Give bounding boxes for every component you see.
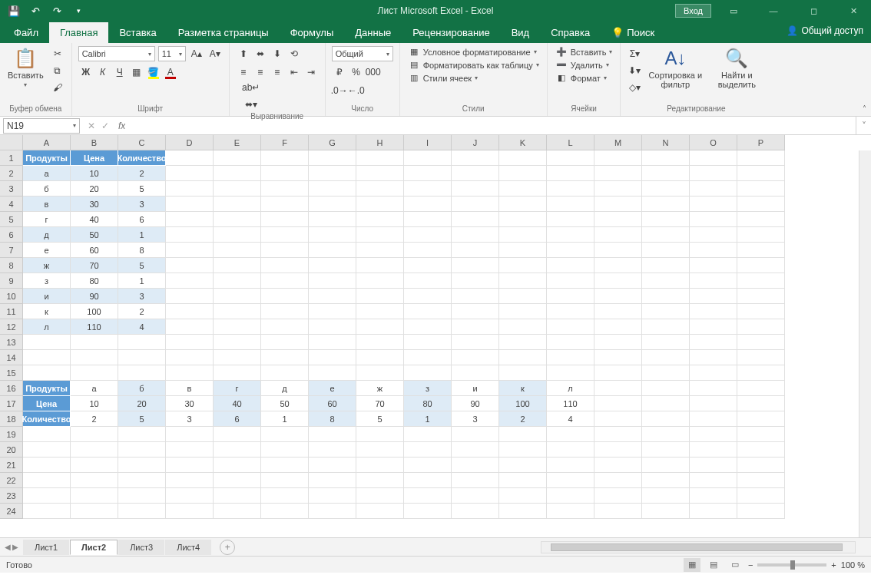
cell[interactable] [547,458,594,473]
cell[interactable] [452,197,499,212]
undo-icon[interactable]: ↶ [26,2,45,19]
cell[interactable] [594,350,642,365]
cell[interactable] [737,166,785,181]
cell[interactable]: 5 [118,181,166,197]
row-header[interactable]: 7 [0,243,23,258]
cell[interactable] [737,258,785,273]
column-header[interactable]: A [23,135,71,150]
row-header[interactable]: 9 [0,273,23,289]
cell[interactable] [594,150,642,166]
cell[interactable] [737,227,785,243]
cell[interactable] [737,304,785,319]
cell[interactable]: д [261,381,309,396]
cell[interactable] [737,504,785,519]
cell[interactable] [642,488,690,504]
cell[interactable] [356,243,404,258]
font-size-select[interactable]: 11▾ [158,46,186,61]
cell[interactable] [690,258,737,273]
cell[interactable] [261,304,309,319]
cell[interactable]: б [118,381,166,396]
cell[interactable] [642,289,690,304]
cell[interactable] [737,411,785,427]
save-icon[interactable]: 💾 [5,2,23,19]
cell[interactable] [356,197,404,212]
clear-icon[interactable]: ◇▾ [627,80,642,95]
cell[interactable]: 80 [71,273,118,289]
cell[interactable] [690,212,737,227]
cell[interactable] [499,427,547,442]
align-middle-icon[interactable]: ⬌ [253,46,268,61]
cell[interactable] [452,150,499,166]
ribbon-options-icon[interactable]: ▭ [716,0,751,21]
cell[interactable] [166,442,214,458]
cell[interactable] [452,488,499,504]
cell[interactable] [166,335,214,350]
cell[interactable] [594,166,642,181]
cell[interactable] [71,350,118,365]
cell[interactable] [404,335,452,350]
indent-dec-icon[interactable]: ⇤ [286,64,302,80]
cell[interactable] [214,442,261,458]
cell[interactable] [261,319,309,335]
cell[interactable]: 1 [404,411,452,427]
cell[interactable] [118,350,166,365]
cell[interactable] [499,243,547,258]
cell[interactable] [404,258,452,273]
cell[interactable]: 10 [71,396,118,411]
shrink-font-icon[interactable]: A▾ [207,46,223,61]
cell[interactable] [118,488,166,504]
cell[interactable]: 40 [214,396,261,411]
row-header[interactable]: 6 [0,227,23,243]
cell[interactable] [690,181,737,197]
cell[interactable] [214,504,261,519]
cell[interactable] [71,488,118,504]
cell[interactable] [214,166,261,181]
sheet-nav-prev-icon[interactable]: ◀ [5,543,11,551]
cell[interactable] [404,304,452,319]
cell[interactable] [737,458,785,473]
cell[interactable] [547,181,594,197]
cell[interactable] [690,227,737,243]
cell[interactable] [166,150,214,166]
cell[interactable]: и [452,381,499,396]
cell[interactable] [690,243,737,258]
cell[interactable] [261,442,309,458]
cell[interactable] [499,365,547,381]
cell[interactable] [166,166,214,181]
cell[interactable] [166,258,214,273]
cell[interactable] [356,473,404,488]
cell[interactable] [690,458,737,473]
column-header[interactable]: F [261,135,309,150]
cell[interactable] [356,427,404,442]
cell[interactable] [499,350,547,365]
cell[interactable]: 110 [547,396,594,411]
cell[interactable] [118,427,166,442]
cell[interactable] [499,319,547,335]
cell[interactable] [547,212,594,227]
cell[interactable] [261,350,309,365]
cell[interactable]: Продукты [23,381,71,396]
cell[interactable] [261,227,309,243]
cell[interactable] [594,258,642,273]
column-header[interactable]: P [737,135,785,150]
cell[interactable] [642,212,690,227]
cell[interactable] [642,504,690,519]
cell[interactable]: 80 [404,396,452,411]
cell[interactable] [737,273,785,289]
cell[interactable]: 3 [452,411,499,427]
cell[interactable] [404,427,452,442]
cell[interactable] [166,365,214,381]
cell[interactable] [261,289,309,304]
cell[interactable]: а [71,381,118,396]
cell[interactable] [547,365,594,381]
cell[interactable]: 3 [166,411,214,427]
cell[interactable]: 8 [309,411,356,427]
cell[interactable] [261,273,309,289]
cell[interactable] [404,227,452,243]
cell[interactable] [594,197,642,212]
format-painter-icon[interactable]: 🖌 [50,80,65,95]
cell[interactable] [594,181,642,197]
cell[interactable] [404,181,452,197]
cell[interactable]: л [23,319,71,335]
cell[interactable] [261,243,309,258]
